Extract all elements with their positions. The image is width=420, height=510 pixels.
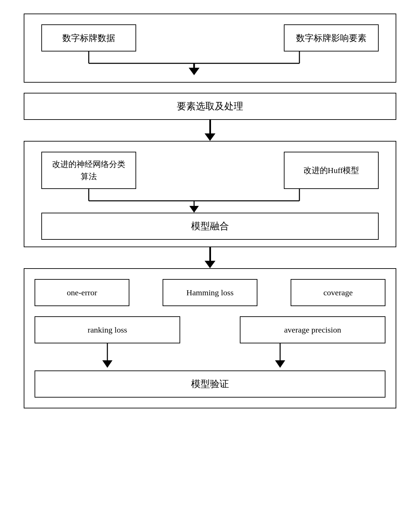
metrics-row-1: one-error Hamming loss coverage <box>35 279 385 306</box>
svg-marker-9 <box>189 206 199 213</box>
box-huff-model: 改进的Huff模型 <box>284 152 379 189</box>
section-1: 数字标牌数据 数字标牌影响要素 <box>24 14 396 83</box>
box-coverage: coverage <box>291 279 385 306</box>
arrow-line-1 <box>209 120 211 133</box>
arrow-1 <box>24 120 396 141</box>
box-average-precision: average precision <box>240 316 385 343</box>
arrow-head-1 <box>205 133 215 141</box>
box-digital-sign-factors: 数字标牌影响要素 <box>284 24 379 51</box>
box-digital-sign-data: 数字标牌数据 <box>41 24 136 51</box>
box-ranking-loss: ranking loss <box>35 316 180 343</box>
box-model-fusion: 模型融合 <box>41 213 379 240</box>
top-row: 数字标牌数据 数字标牌影响要素 <box>41 24 379 51</box>
box-nn-algorithm: 改进的神经网络分类 算法 <box>41 152 136 189</box>
svg-marker-4 <box>189 68 200 75</box>
metrics-row-2: ranking loss average precision <box>35 316 385 343</box>
connector-svg-1 <box>41 51 379 75</box>
arrow-2 <box>24 247 396 268</box>
box-one-error: one-error <box>35 279 129 306</box>
flowchart: 数字标牌数据 数字标牌影响要素 要素选取及处理 <box>24 14 396 408</box>
model-row: 改进的神经网络分类 算法 改进的Huff模型 <box>41 152 379 189</box>
box-model-validation: 模型验证 <box>35 370 385 398</box>
section-3: 改进的神经网络分类 算法 改进的Huff模型 模型融合 <box>24 141 396 247</box>
box-feature-selection: 要素选取及处理 <box>24 93 396 120</box>
arrow-line-2 <box>209 247 211 261</box>
svg-marker-11 <box>102 360 112 368</box>
arrow-head-2 <box>205 261 215 268</box>
svg-marker-13 <box>275 360 285 368</box>
box-hamming-loss: Hamming loss <box>163 279 257 306</box>
section-4: one-error Hamming loss coverage ranking … <box>24 268 396 408</box>
connector-svg-2 <box>41 189 379 213</box>
connector-svg-3 <box>35 343 385 370</box>
